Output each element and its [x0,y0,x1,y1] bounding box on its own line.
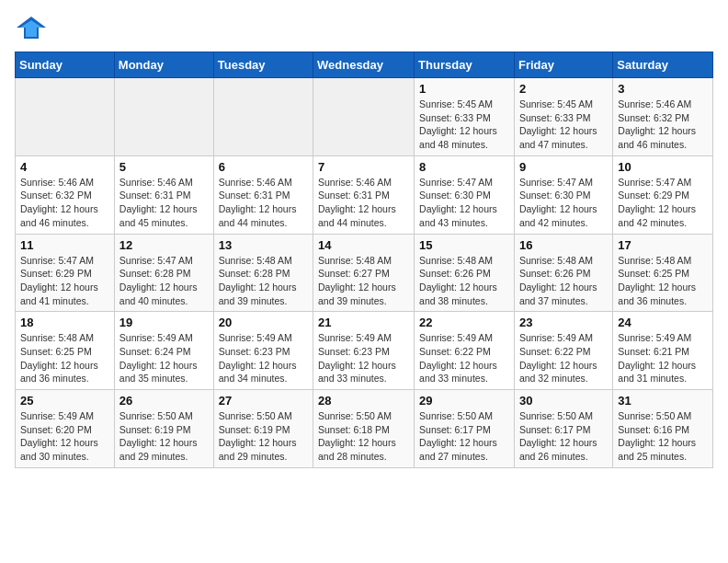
day-number: 28 [318,394,409,408]
day-number: 4 [20,160,109,174]
day-detail: Sunrise: 5:50 AM Sunset: 6:19 PM Dayligh… [219,409,308,464]
day-number: 23 [519,316,608,329]
weekday-header-wednesday: Wednesday [313,52,415,78]
day-detail: Sunrise: 5:49 AM Sunset: 6:22 PM Dayligh… [519,331,608,385]
day-number: 5 [119,160,209,174]
calendar-cell: 23Sunrise: 5:49 AM Sunset: 6:22 PM Dayli… [514,312,612,390]
day-number: 24 [618,316,708,329]
calendar-cell: 15Sunrise: 5:48 AM Sunset: 6:26 PM Dayli… [415,234,515,312]
calendar-cell: 21Sunrise: 5:49 AM Sunset: 6:23 PM Dayli… [313,312,415,390]
day-detail: Sunrise: 5:45 AM Sunset: 6:33 PM Dayligh… [519,98,608,152]
day-detail: Sunrise: 5:46 AM Sunset: 6:32 PM Dayligh… [20,176,109,230]
calendar-cell [16,78,115,156]
day-number: 11 [20,238,109,252]
day-detail: Sunrise: 5:48 AM Sunset: 6:26 PM Dayligh… [519,254,608,308]
calendar-cell: 3Sunrise: 5:46 AM Sunset: 6:32 PM Daylig… [613,78,713,156]
calendar-cell: 9Sunrise: 5:47 AM Sunset: 6:30 PM Daylig… [514,155,612,234]
day-number: 6 [219,160,308,174]
calendar-week-1: 1Sunrise: 5:45 AM Sunset: 6:33 PM Daylig… [16,78,713,156]
day-detail: Sunrise: 5:49 AM Sunset: 6:20 PM Dayligh… [20,409,109,464]
day-number: 22 [419,316,509,329]
calendar-cell: 2Sunrise: 5:45 AM Sunset: 6:33 PM Daylig… [514,78,612,156]
day-detail: Sunrise: 5:47 AM Sunset: 6:28 PM Dayligh… [119,254,209,308]
day-number: 27 [219,394,308,408]
day-detail: Sunrise: 5:48 AM Sunset: 6:25 PM Dayligh… [20,331,109,385]
day-number: 9 [519,160,608,174]
day-number: 8 [419,160,509,174]
day-detail: Sunrise: 5:46 AM Sunset: 6:31 PM Dayligh… [219,176,308,230]
day-detail: Sunrise: 5:50 AM Sunset: 6:17 PM Dayligh… [519,409,608,464]
calendar-week-4: 18Sunrise: 5:48 AM Sunset: 6:25 PM Dayli… [16,312,713,390]
calendar-cell: 4Sunrise: 5:46 AM Sunset: 6:32 PM Daylig… [16,155,115,234]
calendar-cell: 1Sunrise: 5:45 AM Sunset: 6:33 PM Daylig… [415,78,515,156]
calendar-cell: 22Sunrise: 5:49 AM Sunset: 6:22 PM Dayli… [415,312,515,390]
day-number: 15 [419,238,509,252]
weekday-header-sunday: Sunday [16,52,115,78]
day-number: 12 [119,238,209,252]
calendar-cell: 30Sunrise: 5:50 AM Sunset: 6:17 PM Dayli… [514,390,612,468]
day-number: 13 [219,238,308,252]
calendar-cell: 24Sunrise: 5:49 AM Sunset: 6:21 PM Dayli… [613,312,713,390]
day-detail: Sunrise: 5:49 AM Sunset: 6:23 PM Dayligh… [219,331,308,385]
calendar-cell: 16Sunrise: 5:48 AM Sunset: 6:26 PM Dayli… [514,234,612,312]
day-detail: Sunrise: 5:47 AM Sunset: 6:30 PM Dayligh… [419,176,509,230]
day-number: 26 [119,394,209,408]
weekday-header-monday: Monday [114,52,213,78]
day-detail: Sunrise: 5:48 AM Sunset: 6:25 PM Dayligh… [618,254,708,308]
day-detail: Sunrise: 5:49 AM Sunset: 6:23 PM Dayligh… [318,331,409,385]
calendar-cell: 7Sunrise: 5:46 AM Sunset: 6:31 PM Daylig… [313,155,415,234]
page-header [15,15,713,40]
day-detail: Sunrise: 5:50 AM Sunset: 6:17 PM Dayligh… [419,409,509,464]
calendar-cell: 10Sunrise: 5:47 AM Sunset: 6:29 PM Dayli… [613,155,713,234]
calendar-cell: 11Sunrise: 5:47 AM Sunset: 6:29 PM Dayli… [16,234,115,312]
day-detail: Sunrise: 5:48 AM Sunset: 6:28 PM Dayligh… [219,254,308,308]
day-detail: Sunrise: 5:50 AM Sunset: 6:16 PM Dayligh… [618,409,708,464]
day-number: 3 [618,82,708,96]
calendar-cell: 8Sunrise: 5:47 AM Sunset: 6:30 PM Daylig… [415,155,515,234]
calendar-cell [313,78,415,156]
calendar-cell [114,78,213,156]
calendar-cell: 18Sunrise: 5:48 AM Sunset: 6:25 PM Dayli… [16,312,115,390]
calendar-cell: 13Sunrise: 5:48 AM Sunset: 6:28 PM Dayli… [213,234,313,312]
calendar-cell: 14Sunrise: 5:48 AM Sunset: 6:27 PM Dayli… [313,234,415,312]
day-detail: Sunrise: 5:49 AM Sunset: 6:24 PM Dayligh… [119,331,209,385]
day-detail: Sunrise: 5:47 AM Sunset: 6:30 PM Dayligh… [519,176,608,230]
day-number: 10 [618,160,708,174]
day-number: 16 [519,238,608,252]
calendar-cell: 20Sunrise: 5:49 AM Sunset: 6:23 PM Dayli… [213,312,313,390]
day-detail: Sunrise: 5:49 AM Sunset: 6:22 PM Dayligh… [419,331,509,385]
weekday-header-thursday: Thursday [415,52,515,78]
calendar-week-2: 4Sunrise: 5:46 AM Sunset: 6:32 PM Daylig… [16,155,713,234]
day-detail: Sunrise: 5:50 AM Sunset: 6:18 PM Dayligh… [318,409,409,464]
weekday-header-friday: Friday [514,52,612,78]
day-number: 7 [318,160,409,174]
day-number: 30 [519,394,608,408]
day-number: 19 [119,316,209,329]
calendar-cell: 17Sunrise: 5:48 AM Sunset: 6:25 PM Dayli… [613,234,713,312]
calendar-cell: 26Sunrise: 5:50 AM Sunset: 6:19 PM Dayli… [114,390,213,468]
day-detail: Sunrise: 5:46 AM Sunset: 6:31 PM Dayligh… [318,176,409,230]
calendar-cell: 12Sunrise: 5:47 AM Sunset: 6:28 PM Dayli… [114,234,213,312]
calendar-cell: 19Sunrise: 5:49 AM Sunset: 6:24 PM Dayli… [114,312,213,390]
calendar-cell: 27Sunrise: 5:50 AM Sunset: 6:19 PM Dayli… [213,390,313,468]
day-number: 18 [20,316,109,329]
day-number: 1 [419,82,509,96]
calendar-cell: 28Sunrise: 5:50 AM Sunset: 6:18 PM Dayli… [313,390,415,468]
day-number: 31 [618,394,708,408]
day-detail: Sunrise: 5:46 AM Sunset: 6:32 PM Dayligh… [618,98,708,152]
calendar-cell: 29Sunrise: 5:50 AM Sunset: 6:17 PM Dayli… [415,390,515,468]
calendar-cell [213,78,313,156]
day-detail: Sunrise: 5:49 AM Sunset: 6:21 PM Dayligh… [618,331,708,385]
day-detail: Sunrise: 5:48 AM Sunset: 6:27 PM Dayligh… [318,254,409,308]
day-detail: Sunrise: 5:47 AM Sunset: 6:29 PM Dayligh… [20,254,109,308]
day-number: 29 [419,394,509,408]
day-number: 21 [318,316,409,329]
day-number: 25 [20,394,109,408]
day-detail: Sunrise: 5:48 AM Sunset: 6:26 PM Dayligh… [419,254,509,308]
calendar-cell: 25Sunrise: 5:49 AM Sunset: 6:20 PM Dayli… [16,390,115,468]
calendar-cell: 31Sunrise: 5:50 AM Sunset: 6:16 PM Dayli… [613,390,713,468]
day-detail: Sunrise: 5:46 AM Sunset: 6:31 PM Dayligh… [119,176,209,230]
calendar: SundayMondayTuesdayWednesdayThursdayFrid… [15,52,713,468]
logo-icon [15,15,48,40]
day-number: 14 [318,238,409,252]
